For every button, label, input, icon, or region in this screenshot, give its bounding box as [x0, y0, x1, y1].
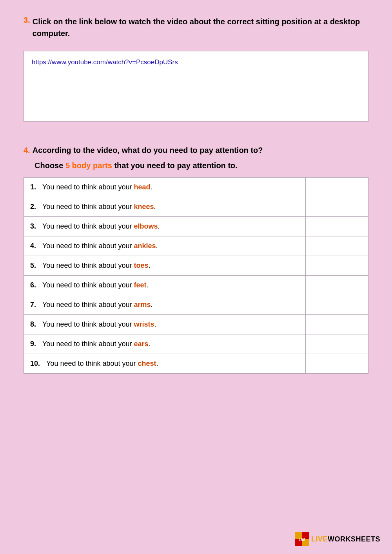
- body-part-name: arms: [134, 301, 151, 309]
- table-row: 2.You need to think about your knees.: [24, 197, 368, 217]
- table-cell-checkbox[interactable]: [306, 236, 368, 256]
- table-row: 5.You need to think about your toes.: [24, 256, 368, 276]
- question-4-header-row: 4. According to the video, what do you n…: [24, 146, 368, 158]
- youtube-link[interactable]: https://www.youtube.com/watch?v=PcsoeDpU…: [32, 58, 178, 66]
- table-row: 10.You need to think about your chest.: [24, 354, 368, 374]
- table-cell-text: 2.You need to think about your knees.: [24, 197, 306, 217]
- row-number: 6.: [30, 281, 36, 289]
- body-part-name: toes: [134, 262, 149, 269]
- logo-text: LIVEWORKSHEETS: [311, 535, 380, 543]
- body-part-name: feet: [134, 281, 147, 289]
- sub-prefix: Choose: [34, 161, 65, 170]
- row-number: 4.: [30, 242, 36, 250]
- logo-icon: LW: [295, 532, 309, 546]
- body-part-name: elbows: [134, 222, 158, 230]
- table-row: 4.You need to think about your ankles.: [24, 236, 368, 256]
- table-cell-checkbox[interactable]: [306, 315, 368, 334]
- table-cell-text: 9.You need to think about your ears.: [24, 334, 306, 354]
- question-3-block: 3. Click on the link below to watch the …: [24, 16, 368, 122]
- body-part-name: chest: [138, 360, 156, 367]
- body-part-name: ears: [134, 340, 149, 348]
- body-part-name: head: [134, 183, 151, 191]
- question-3-number: 3.: [24, 16, 30, 25]
- question-4-sub: Choose 5 body parts that you need to pay…: [34, 161, 368, 170]
- sub-highlight: 5 body parts: [65, 161, 112, 170]
- spacer: [24, 133, 368, 146]
- table-row: 1.You need to think about your head.: [24, 178, 368, 197]
- table-cell-checkbox[interactable]: [306, 197, 368, 217]
- table-cell-checkbox[interactable]: [306, 178, 368, 197]
- body-parts-table: 1.You need to think about your head.2.Yo…: [24, 177, 368, 374]
- row-number: 7.: [30, 301, 36, 309]
- table-row: 8.You need to think about your wrists.: [24, 315, 368, 334]
- body-part-name: wrists: [134, 320, 154, 328]
- body-part-name: knees: [134, 203, 154, 211]
- table-row: 9.You need to think about your ears.: [24, 334, 368, 354]
- liveworksheets-logo: LW LIVEWORKSHEETS: [295, 532, 380, 546]
- table-cell-checkbox[interactable]: [306, 217, 368, 236]
- table-cell-checkbox[interactable]: [306, 354, 368, 374]
- table-cell-checkbox[interactable]: [306, 276, 368, 295]
- table-cell-checkbox[interactable]: [306, 256, 368, 276]
- table-cell-checkbox[interactable]: [306, 334, 368, 354]
- row-number: 9.: [30, 340, 36, 348]
- row-number: 3.: [30, 222, 36, 230]
- table-row: 6.You need to think about your feet.: [24, 276, 368, 295]
- video-link-box: https://www.youtube.com/watch?v=PcsoeDpU…: [24, 51, 368, 122]
- svg-text:LW: LW: [299, 537, 305, 542]
- row-number: 10.: [30, 360, 40, 367]
- table-cell-text: 3.You need to think about your elbows.: [24, 217, 306, 236]
- table-cell-text: 4.You need to think about your ankles.: [24, 236, 306, 256]
- question-4-block: 4. According to the video, what do you n…: [24, 146, 368, 374]
- row-number: 2.: [30, 203, 36, 211]
- question-3-label: 3. Click on the link below to watch the …: [24, 16, 368, 45]
- table-cell-text: 1.You need to think about your head.: [24, 178, 306, 197]
- sub-suffix: that you need to pay attention to.: [112, 161, 238, 170]
- table-cell-text: 5.You need to think about your toes.: [24, 256, 306, 276]
- table-cell-checkbox[interactable]: [306, 295, 368, 315]
- question-4-number: 4.: [24, 146, 30, 155]
- table-row: 3.You need to think about your elbows.: [24, 217, 368, 236]
- body-part-name: ankles: [134, 242, 156, 250]
- question-3-text: Click on the link below to watch the vid…: [33, 16, 368, 39]
- row-number: 5.: [30, 262, 36, 269]
- table-cell-text: 10.You need to think about your chest.: [24, 354, 306, 374]
- row-number: 8.: [30, 320, 36, 328]
- row-number: 1.: [30, 183, 36, 191]
- question-4-header: According to the video, what do you need…: [33, 146, 263, 155]
- table-cell-text: 6.You need to think about your feet.: [24, 276, 306, 295]
- table-row: 7.You need to think about your arms.: [24, 295, 368, 315]
- table-cell-text: 7.You need to think about your arms.: [24, 295, 306, 315]
- table-cell-text: 8.You need to think about your wrists.: [24, 315, 306, 334]
- logo-worksheets: WORKSHEETS: [328, 535, 380, 543]
- logo-live: LIVE: [311, 535, 328, 543]
